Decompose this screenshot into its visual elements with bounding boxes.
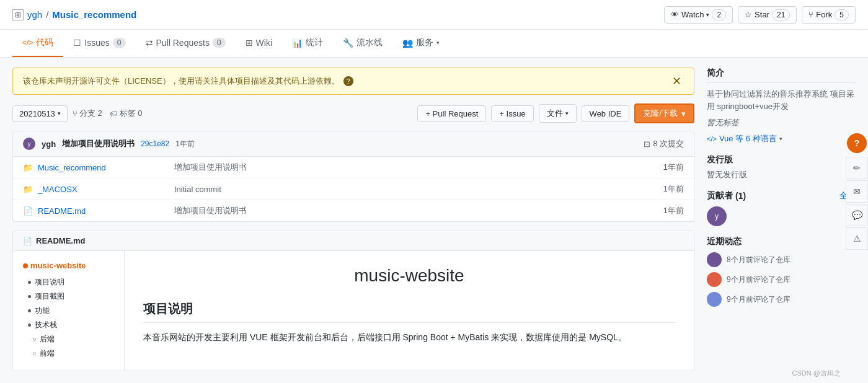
fork-icon: ⑂ xyxy=(808,10,813,19)
tab-pipeline[interactable]: 🔧 流水线 xyxy=(333,30,392,57)
sidebar-release-section: 发行版 暂无发行版 xyxy=(707,154,856,180)
toc-item[interactable]: 项目说明 xyxy=(23,275,114,289)
sidebar-contrib-title: 贡献者 (1) xyxy=(707,190,746,201)
tab-issues[interactable]: ☐ Issues 0 xyxy=(63,30,135,57)
toc-item[interactable]: 项目截图 xyxy=(23,289,114,304)
toc-bullet-filled xyxy=(28,281,31,284)
readme-container: 📄 README.md music-website 项目说明项目截图功能技术栈后… xyxy=(12,231,694,371)
branch-count-label: 分支 2 xyxy=(79,108,102,119)
clone-button[interactable]: 克隆/下载 ▾ xyxy=(634,103,694,123)
star-icon: ☆ xyxy=(745,10,752,19)
readme-title: music-website xyxy=(143,266,675,286)
toc-item[interactable]: 功能 xyxy=(23,304,114,318)
sidebar-lang[interactable]: </> Vue 等 6 种语言 ▾ xyxy=(707,133,782,144)
branch-name: 20210513 xyxy=(19,109,55,118)
file-commit: 增加项目使用说明书 xyxy=(174,162,663,173)
warning-help-icon[interactable]: ? xyxy=(343,76,353,86)
table-row: 📄README.md增加项目使用说明书1年前 xyxy=(13,200,694,221)
sidebar-intro-text: 基于协同过滤算法的音乐推荐系统 项目采用 springboot+vue开发 xyxy=(707,88,856,112)
sidebar-contrib-header: 贡献者 (1) 全部 xyxy=(707,190,856,201)
chat-float-button[interactable]: 💬 xyxy=(846,204,868,226)
branch-info: ⑂ 分支 2 🏷 标签 0 xyxy=(73,108,143,119)
tab-wiki[interactable]: ⊞ Wiki xyxy=(236,30,282,57)
activity-text: 8个月前评论了仓库 xyxy=(727,255,790,265)
tab-services[interactable]: 👥 服务 ▾ xyxy=(392,30,450,57)
stats-icon: 📊 xyxy=(292,38,303,48)
tab-issues-label: Issues xyxy=(84,38,109,48)
file-name[interactable]: README.md xyxy=(38,206,174,216)
csdn-badge: CSDN @游坦之 xyxy=(792,369,841,378)
nav-tabs: </> 代码 ☐ Issues 0 ⇄ Pull Requests 0 ⊞ Wi… xyxy=(0,30,868,58)
repo-separator: / xyxy=(46,9,48,20)
right-icons-panel: ? ✏ ✉ 💬 ⚠ xyxy=(846,133,868,250)
commit-time: 1年前 xyxy=(175,139,195,149)
watch-button[interactable]: 👁 Watch ▾ 2 xyxy=(664,6,733,24)
readme-header-icon: 📄 xyxy=(23,237,32,245)
repo-box-icon: ⊞ xyxy=(12,9,24,20)
branch-selector[interactable]: 20210513 ▾ xyxy=(12,105,68,122)
tab-pr-label: Pull Requests xyxy=(156,38,210,48)
file-table-header: y ygh 增加项目使用说明书 29c1e82 1年前 ⊡ 8 次提交 xyxy=(13,131,694,157)
warning-text: 该仓库未声明开源许可文件（LICENSE），使用请关注具体项目描述及其代码上游依… xyxy=(23,76,340,87)
pull-request-button[interactable]: + Pull Request xyxy=(417,105,486,122)
toc-item[interactable]: 技术栈 xyxy=(23,318,114,332)
tab-code-label: 代码 xyxy=(36,37,53,48)
warning-banner: 该仓库未声明开源许可文件（LICENSE），使用请关注具体项目描述及其代码上游依… xyxy=(12,68,694,95)
warning-text-container: 该仓库未声明开源许可文件（LICENSE），使用请关注具体项目描述及其代码上游依… xyxy=(23,76,353,87)
services-chevron-icon: ▾ xyxy=(436,40,440,46)
file-button[interactable]: 文件 ▾ xyxy=(539,104,577,123)
tab-stats-label: 统计 xyxy=(306,37,323,48)
file-commit: Initial commit xyxy=(174,185,663,194)
sidebar-activity-title: 近期动态 xyxy=(707,236,856,247)
web-ide-button[interactable]: Web IDE xyxy=(582,105,630,122)
edit-float-button[interactable]: ✏ xyxy=(846,157,868,179)
contrib-count: (1) xyxy=(735,191,746,201)
fork-button[interactable]: ⑂ Fork 5 xyxy=(802,6,856,24)
clone-button-label: 克隆/下载 xyxy=(643,108,678,119)
services-icon: 👥 xyxy=(402,38,413,48)
sidebar-release-text: 暂无发行版 xyxy=(707,169,856,180)
wiki-icon: ⊞ xyxy=(246,38,253,48)
tab-services-label: 服务 xyxy=(416,37,433,48)
lang-chevron-icon: ▾ xyxy=(779,136,782,142)
warn-float-button[interactable]: ⚠ xyxy=(846,227,868,250)
commit-author-name[interactable]: ygh xyxy=(42,139,56,149)
help-float-button[interactable]: ? xyxy=(847,133,867,153)
clone-chevron-icon: ▾ xyxy=(681,109,686,118)
sidebar-contrib-section: 贡献者 (1) 全部 y xyxy=(707,190,856,226)
sidebar-activity-section: 近期动态 8个月前评论了仓库9个月前评论了仓库9个月前评论了仓库 xyxy=(707,236,856,307)
readme-header-title: README.md xyxy=(36,236,85,245)
lang-code-icon: </> xyxy=(707,135,717,143)
watch-chevron-icon: ▾ xyxy=(706,12,709,18)
star-button[interactable]: ☆ Star 21 xyxy=(738,6,797,24)
warning-close-button[interactable]: ✕ xyxy=(670,76,684,87)
repo-title: ⊞ ygh / Music_recommend xyxy=(12,9,136,20)
file-name[interactable]: Music_recommend xyxy=(38,163,174,172)
tab-pullrequests[interactable]: ⇄ Pull Requests 0 xyxy=(136,30,236,57)
toc-item-label: 后端 xyxy=(40,334,55,345)
branch-count: ⑂ 分支 2 xyxy=(73,108,102,119)
pullrequest-icon: ⇄ xyxy=(146,38,153,48)
file-name[interactable]: _MACOSX xyxy=(38,185,174,194)
issue-button[interactable]: + Issue xyxy=(491,105,533,122)
file-button-label: 文件 xyxy=(547,108,563,119)
activity-item: 8个月前评论了仓库 xyxy=(707,252,856,267)
repo-name[interactable]: Music_recommend xyxy=(52,9,136,20)
repo-owner[interactable]: ygh xyxy=(27,9,42,20)
tab-stats[interactable]: 📊 统计 xyxy=(282,30,333,57)
email-float-button[interactable]: ✉ xyxy=(846,180,868,203)
toc-item[interactable]: 前端 xyxy=(23,346,114,361)
code-icon: </> xyxy=(22,38,33,47)
activity-avatar xyxy=(707,292,722,307)
tab-code[interactable]: </> 代码 xyxy=(12,30,63,57)
toc-item[interactable]: 后端 xyxy=(23,332,114,346)
toc-bullet-main xyxy=(23,263,28,268)
commit-count-icon: ⊡ xyxy=(644,139,650,149)
activity-avatar xyxy=(707,272,722,287)
readme-header: 📄 README.md xyxy=(13,231,694,251)
commit-count: ⊡ 8 次提交 xyxy=(644,138,684,149)
pr-badge: 0 xyxy=(213,38,226,48)
commit-hash[interactable]: 29c1e82 xyxy=(141,139,169,148)
contrib-avatar[interactable]: y xyxy=(707,206,727,226)
activity-item: 9个月前评论了仓库 xyxy=(707,292,856,307)
